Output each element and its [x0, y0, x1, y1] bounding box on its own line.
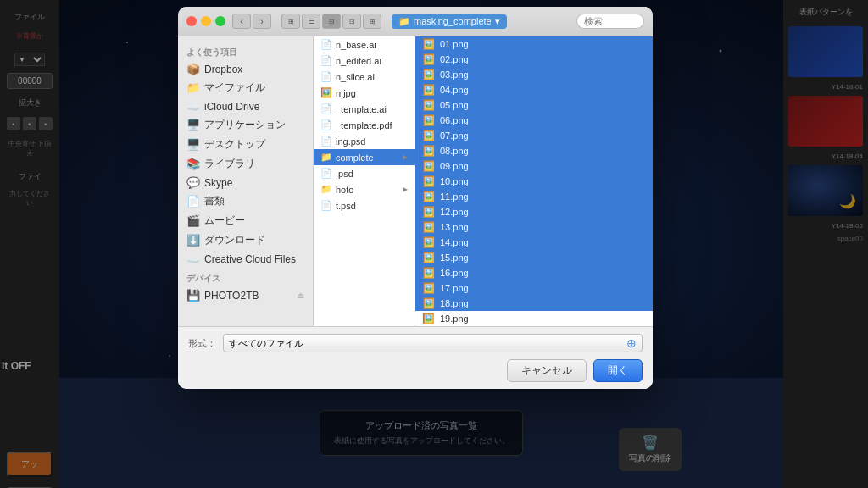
- file-label-17: 18.png: [440, 298, 469, 308]
- file-item-11[interactable]: 🖼️12.png: [415, 204, 653, 219]
- folder-item-10[interactable]: 📄 t.psd: [314, 197, 415, 214]
- file-label-18: 19.png: [440, 313, 469, 324]
- device-label: PHOTO2TB: [204, 290, 259, 302]
- file-png-icon-11: 🖼️: [422, 206, 435, 218]
- file-dialog: ‹ › ⊞ ☰ ⊟ ⊡ ⊞ 📁 masking_complete ▾ よく使う項…: [178, 7, 653, 389]
- minimize-button[interactable]: [201, 16, 211, 26]
- file-item-15[interactable]: 🖼️16.png: [415, 265, 653, 280]
- back-arrow[interactable]: ‹: [232, 14, 251, 29]
- icloud-icon: ☁️: [186, 100, 200, 113]
- view-btn-4[interactable]: ⊡: [342, 14, 361, 29]
- folder-item-4[interactable]: 📄 _template.ai: [314, 101, 415, 117]
- view-btn-3[interactable]: ⊟: [322, 14, 341, 29]
- icloud-label: iCloud Drive: [204, 101, 259, 113]
- sidebar-library[interactable]: 📚 ライブラリ: [178, 154, 313, 174]
- file-item-2[interactable]: 🖼️03.png: [415, 67, 653, 82]
- cancel-button[interactable]: キャンセル: [507, 359, 587, 382]
- file-item-9[interactable]: 🖼️10.png: [415, 174, 653, 189]
- folder-label-2: n_slice.ai: [336, 72, 375, 82]
- documents-icon: 📄: [186, 195, 200, 208]
- sidebar-cc-files[interactable]: ☁️ Creative Cloud Files: [178, 250, 313, 268]
- folder-item-3[interactable]: 🖼️ n.jpg: [314, 85, 415, 101]
- view-btn-2[interactable]: ☰: [302, 14, 320, 29]
- sidebar-device-photo2tb[interactable]: 💾 PHOTO2TB ⏏: [178, 286, 313, 304]
- folder-item-7[interactable]: 📁 complete ▶: [314, 149, 415, 165]
- file-item-14[interactable]: 🖼️15.png: [415, 250, 653, 265]
- dialog-footer: 形式： すべてのファイル ⊕ キャンセル 開く: [178, 326, 653, 389]
- file-item-13[interactable]: 🖼️14.png: [415, 235, 653, 250]
- file-png-icon-17: 🖼️: [422, 297, 435, 309]
- view-btn-1[interactable]: ⊞: [281, 14, 300, 29]
- downloads-label: ダウンロード: [204, 233, 265, 247]
- sidebar-dropbox[interactable]: 📦 Dropbox: [178, 60, 313, 78]
- file-item-12[interactable]: 🖼️13.png: [415, 219, 653, 235]
- file-icon-7: 📁: [320, 152, 332, 163]
- file-label-1: 02.png: [440, 54, 469, 64]
- movies-icon: 🎬: [186, 214, 200, 227]
- file-item-5[interactable]: 🖼️06.png: [415, 113, 653, 128]
- file-png-icon-2: 🖼️: [422, 69, 435, 80]
- sidebar-desktop[interactable]: 🖥️ デスクトップ: [178, 135, 313, 154]
- sidebar-myfiles[interactable]: 📁 マイファイル: [178, 78, 313, 97]
- file-item-0[interactable]: 🖼️01.png: [415, 36, 653, 52]
- view-btn-5[interactable]: ⊞: [363, 14, 381, 29]
- file-item-6[interactable]: 🖼️07.png: [415, 128, 653, 143]
- file-png-icon-16: 🖼️: [422, 282, 435, 294]
- file-label-4: 05.png: [440, 100, 469, 110]
- file-label-11: 12.png: [440, 207, 469, 217]
- sidebar-skype[interactable]: 💬 Skype: [178, 174, 313, 191]
- file-icon-2: 📄: [320, 71, 332, 82]
- file-item-16[interactable]: 🖼️17.png: [415, 280, 653, 296]
- movies-label: ムービー: [204, 214, 245, 228]
- file-png-icon-3: 🖼️: [422, 84, 435, 96]
- file-item-1[interactable]: 🖼️02.png: [415, 52, 653, 67]
- folder-label-6: ing.psd: [336, 136, 365, 147]
- file-label-5: 06.png: [440, 115, 469, 125]
- folder-label-10: t.psd: [336, 201, 356, 211]
- folder-item-9[interactable]: 📁 hoto ▶: [314, 181, 415, 197]
- folder-item-0[interactable]: 📄 n_base.ai: [314, 36, 415, 53]
- arrow-right-9: ▶: [403, 186, 408, 193]
- sidebar-downloads[interactable]: ⬇️ ダウンロード: [178, 230, 313, 250]
- folder-item-6[interactable]: 📄 ing.psd: [314, 133, 415, 149]
- maximize-button[interactable]: [215, 16, 225, 26]
- file-item-4[interactable]: 🖼️05.png: [415, 97, 653, 113]
- folder-item-5[interactable]: 📄 _template.pdf: [314, 117, 415, 133]
- desktop-icon: 🖥️: [186, 138, 200, 151]
- drive-icon: 💾: [186, 289, 200, 302]
- file-item-18[interactable]: 🖼️19.png: [415, 311, 653, 326]
- eject-icon[interactable]: ⏏: [297, 291, 304, 300]
- file-item-10[interactable]: 🖼️11.png: [415, 189, 653, 204]
- location-label: masking_complete: [414, 16, 492, 26]
- dialog-files-pane: 🖼️01.png🖼️02.png🖼️03.png🖼️04.png🖼️05.png…: [415, 36, 653, 326]
- folder-label-4: _template.ai: [336, 104, 387, 114]
- dropbox-label: Dropbox: [204, 64, 242, 75]
- forward-arrow[interactable]: ›: [253, 14, 271, 29]
- library-icon: 📚: [186, 158, 200, 170]
- dialog-sidebar: よく使う項目 📦 Dropbox 📁 マイファイル ☁️ iCloud Driv…: [178, 36, 314, 326]
- file-item-8[interactable]: 🖼️09.png: [415, 158, 653, 174]
- file-icon-8: 📄: [320, 168, 332, 179]
- location-button[interactable]: 📁 masking_complete ▾: [392, 14, 507, 29]
- file-png-icon-5: 🖼️: [422, 114, 435, 126]
- search-input[interactable]: [576, 14, 644, 29]
- open-button[interactable]: 開く: [593, 359, 643, 382]
- file-icon-1: 📄: [320, 55, 332, 66]
- file-item-17[interactable]: 🖼️18.png: [415, 296, 653, 311]
- nav-arrows: ‹ ›: [232, 14, 271, 29]
- sidebar-applications[interactable]: 🖥️ アプリケーション: [178, 115, 313, 135]
- dialog-body: よく使う項目 📦 Dropbox 📁 マイファイル ☁️ iCloud Driv…: [178, 36, 653, 326]
- file-png-icon-9: 🖼️: [422, 175, 435, 187]
- format-select[interactable]: すべてのファイル ⊕: [223, 334, 643, 352]
- sidebar-documents[interactable]: 📄 書類: [178, 191, 313, 211]
- close-button[interactable]: [186, 16, 197, 26]
- folder-item-2[interactable]: 📄 n_slice.ai: [314, 69, 415, 85]
- folder-item-8[interactable]: 📄 .psd: [314, 165, 415, 181]
- file-item-3[interactable]: 🖼️04.png: [415, 82, 653, 97]
- folder-item-1[interactable]: 📄 n_edited.ai: [314, 53, 415, 69]
- file-item-7[interactable]: 🖼️08.png: [415, 143, 653, 158]
- applications-label: アプリケーション: [204, 118, 286, 132]
- file-png-icon-7: 🖼️: [422, 145, 435, 157]
- sidebar-icloud[interactable]: ☁️ iCloud Drive: [178, 97, 313, 115]
- sidebar-movies[interactable]: 🎬 ムービー: [178, 211, 313, 230]
